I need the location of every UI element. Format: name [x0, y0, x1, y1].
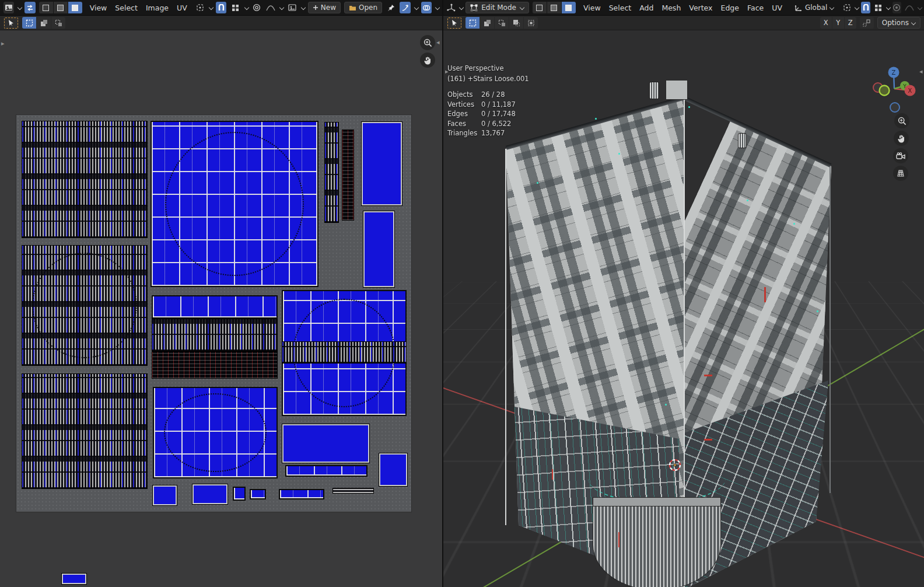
select-box-extend-icon[interactable] [37, 17, 51, 29]
uv-island-bluegrid[interactable] [285, 465, 368, 477]
uv-island-stripe[interactable] [282, 341, 407, 364]
chevron-down-icon[interactable] [279, 5, 283, 10]
viewport-canvas[interactable]: User Perspective (161) +Stairs Loose.001… [443, 30, 924, 587]
options-dropdown[interactable]: Options [877, 17, 921, 29]
snap-magnet-icon[interactable] [216, 2, 226, 13]
uv-island-hstripe[interactable] [332, 488, 374, 494]
uv-island-bluegrid[interactable] [250, 489, 266, 499]
editor-type-3d-icon[interactable] [447, 2, 456, 13]
uv-island-bluesolid[interactable] [192, 484, 228, 504]
chevron-down-icon[interactable] [918, 5, 921, 10]
chevron-down-icon[interactable] [414, 5, 418, 10]
toggle-perspective-button[interactable] [893, 166, 908, 181]
chevron-down-icon[interactable] [435, 5, 439, 10]
uv-island-dark[interactable] [342, 130, 354, 221]
falloff-curve-icon[interactable] [265, 2, 276, 13]
viewport-3d-cursor[interactable] [667, 457, 682, 473]
mode-dropdown[interactable]: Edit Mode [466, 2, 529, 13]
uv-island-bluegrid[interactable] [152, 295, 278, 319]
vertex-select-icon[interactable] [39, 2, 53, 13]
uv-island-bluegrid[interactable] [153, 387, 278, 478]
edge-select-icon[interactable] [547, 2, 561, 13]
uv-island-stripe[interactable] [22, 121, 148, 238]
proportional-editing-icon[interactable] [251, 2, 262, 13]
mirror-x-button[interactable]: X [820, 17, 832, 29]
mirror-y-button[interactable]: Y [832, 17, 844, 29]
uv-island-bluegrid[interactable] [233, 487, 246, 501]
pivot-point-icon[interactable] [842, 2, 851, 13]
uv-island-bluesolid[interactable] [282, 424, 369, 463]
uv-island-bluesolid[interactable] [379, 453, 407, 486]
pan-view-button[interactable] [420, 53, 435, 68]
zoom-view-button[interactable] [894, 113, 909, 128]
new-image-button[interactable]: New [308, 2, 341, 13]
menu-mesh[interactable]: Mesh [657, 2, 685, 14]
face-select-icon[interactable] [562, 2, 576, 13]
chevron-down-icon[interactable] [301, 5, 304, 10]
select-box-intersect-icon[interactable] [524, 17, 538, 29]
tweak-tool-icon[interactable] [447, 17, 462, 29]
menu-face[interactable]: Face [743, 2, 768, 14]
menu-view[interactable]: View [86, 2, 111, 14]
edge-select-icon[interactable] [54, 2, 68, 13]
select-box-subtract-icon[interactable] [51, 17, 65, 29]
falloff-curve-icon[interactable] [905, 2, 914, 13]
sidebar-toggle-arrow[interactable]: ◂ [436, 40, 440, 46]
toolbar-toggle-arrow[interactable]: ▸ [1, 41, 5, 47]
pivot-point-icon[interactable] [195, 2, 205, 13]
uv-island-bluesolid[interactable] [153, 485, 177, 505]
uv-island-bluesolid[interactable] [362, 122, 402, 205]
menu-select[interactable]: Select [605, 2, 636, 14]
vertex-select-icon[interactable] [533, 2, 547, 13]
uv-island-stripe[interactable] [22, 245, 148, 366]
gizmo-toggle-icon[interactable] [400, 2, 410, 13]
uv-island-bluegrid[interactable] [279, 489, 324, 499]
proportional-editing-icon[interactable] [892, 2, 901, 13]
overlays-toggle-icon[interactable] [421, 2, 432, 13]
uv-island-stripe[interactable] [324, 122, 339, 223]
pin-image-icon[interactable] [386, 2, 396, 13]
select-box-extend-icon[interactable] [480, 17, 494, 29]
uv-island-dark[interactable] [152, 351, 278, 379]
menu-uv[interactable]: UV [173, 2, 191, 14]
menu-edge[interactable]: Edge [717, 2, 743, 14]
uv-island-bluegrid[interactable] [150, 121, 318, 287]
chevron-down-icon[interactable] [18, 5, 21, 10]
pan-view-button[interactable] [894, 131, 909, 146]
browse-image-icon[interactable] [286, 2, 297, 13]
chevron-down-icon[interactable] [209, 5, 212, 10]
chevron-down-icon[interactable] [855, 5, 858, 10]
select-box-new-icon[interactable] [22, 17, 36, 29]
tweak-tool-icon[interactable] [4, 17, 19, 29]
sidebar-toggle-arrow[interactable]: ◂ [919, 69, 923, 75]
uv-island-stripe[interactable] [152, 319, 278, 351]
chevron-down-icon[interactable] [459, 5, 462, 10]
open-image-button[interactable]: Open [344, 2, 382, 13]
snap-settings-icon[interactable] [230, 2, 240, 13]
chevron-down-icon[interactable] [886, 5, 889, 10]
menu-image[interactable]: Image [142, 2, 173, 14]
camera-view-button[interactable] [893, 148, 908, 163]
navigation-gizmo[interactable]: Z X Y [870, 64, 919, 113]
transform-pivot-icon[interactable] [860, 17, 874, 29]
uv-island-bluesolid[interactable] [363, 211, 394, 287]
menu-select[interactable]: Select [111, 2, 142, 14]
snap-settings-icon[interactable] [874, 2, 883, 13]
chevron-down-icon[interactable] [244, 5, 248, 10]
select-box-new-icon[interactable] [466, 17, 480, 29]
editor-splitter[interactable] [442, 0, 443, 587]
uv-sync-selection-icon[interactable] [24, 2, 35, 13]
zoom-view-button[interactable] [420, 35, 435, 50]
select-box-subtract-icon[interactable] [495, 17, 509, 29]
uv-canvas[interactable] [16, 115, 411, 512]
editor-type-image-icon[interactable] [4, 2, 14, 13]
toolbar-toggle-arrow[interactable]: ▸ [445, 69, 449, 75]
orientation-dropdown[interactable]: Global [790, 2, 839, 13]
menu-add[interactable]: Add [635, 2, 657, 14]
snap-magnet-icon[interactable] [861, 2, 870, 13]
uv-island-stripe[interactable] [22, 373, 148, 489]
menu-vertex[interactable]: Vertex [685, 2, 716, 14]
uv-island-bluesolid[interactable] [62, 574, 86, 584]
mirror-z-button[interactable]: Z [845, 17, 856, 29]
menu-uv[interactable]: UV [768, 2, 786, 14]
